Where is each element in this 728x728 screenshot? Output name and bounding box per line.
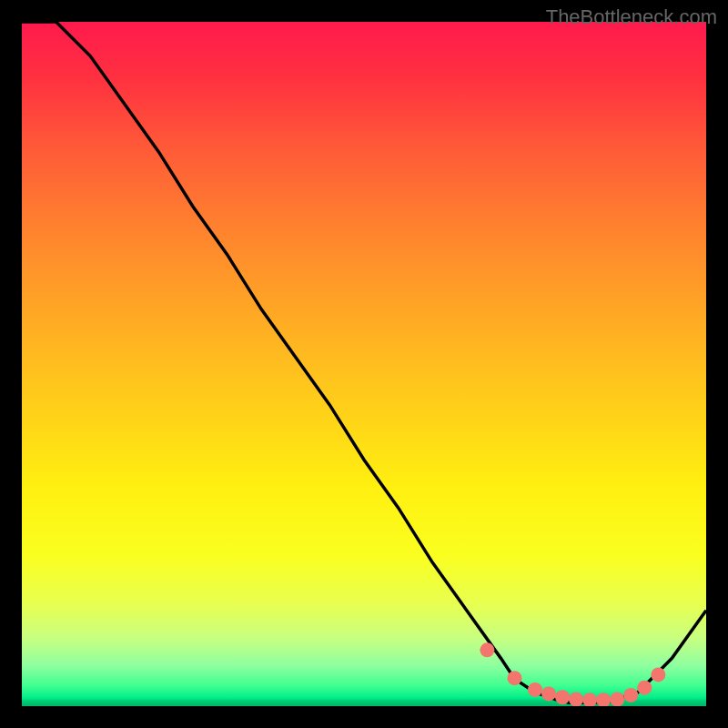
marker-point [555, 690, 570, 704]
marker-point [596, 693, 611, 706]
marker-point [480, 642, 494, 657]
marker-point [528, 682, 542, 697]
marker-point [623, 688, 638, 703]
marker-point [569, 692, 583, 706]
marker-point [507, 671, 521, 685]
watermark-text: TheBottleneck.com [546, 5, 717, 29]
marker-point [610, 692, 624, 706]
marker-point [651, 667, 665, 682]
plot-area [22, 22, 706, 706]
marker-group [480, 642, 665, 706]
chart-svg [22, 22, 706, 706]
marker-point [637, 681, 652, 695]
bottleneck-curve [22, 22, 706, 703]
marker-point [582, 693, 597, 706]
marker-point [541, 686, 556, 701]
